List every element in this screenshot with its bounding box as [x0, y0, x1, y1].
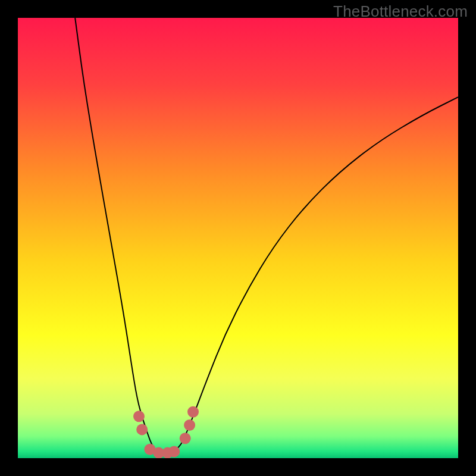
optimal-dot [184, 419, 195, 431]
watermark-text: TheBottleneck.com [333, 2, 468, 21]
optimal-dot [187, 406, 199, 418]
optimal-dot [168, 446, 180, 457]
bottleneck-chart [18, 18, 458, 458]
chart-frame: TheBottleneck.com [0, 0, 476, 476]
optimal-dot [133, 411, 145, 422]
optimal-dot [136, 424, 148, 435]
optimal-dot [180, 433, 191, 444]
chart-plot-area [18, 18, 458, 458]
